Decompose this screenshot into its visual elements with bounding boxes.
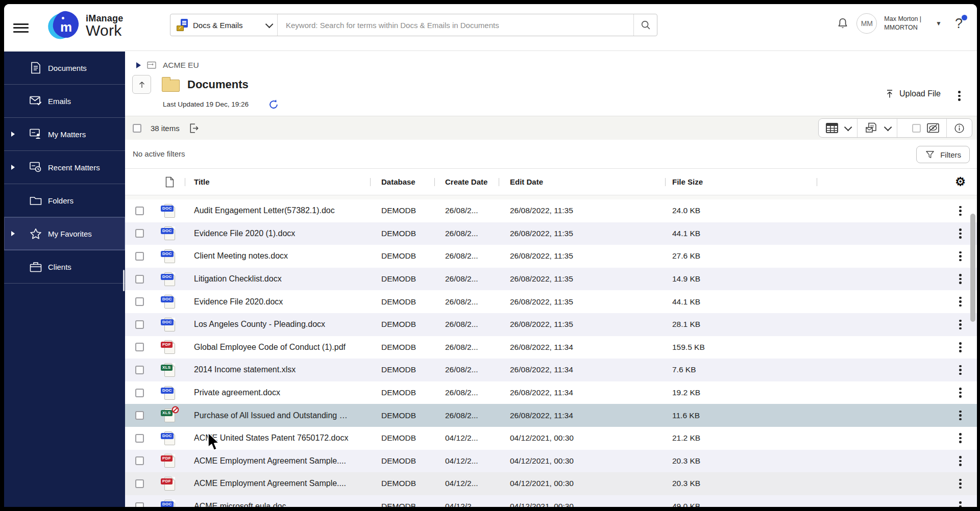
table-row[interactable]: DOCEvidence File 2020 (1).docxDEMODB26/0… <box>125 222 977 245</box>
row-actions-menu[interactable] <box>955 409 966 422</box>
row-checkbox[interactable] <box>135 366 144 374</box>
email-view-selector[interactable] <box>857 119 897 137</box>
user-menu-caret-icon[interactable]: ▼ <box>936 20 942 27</box>
table-row[interactable]: DOCACME microsoft eula.docDEMODB04/12/2.… <box>125 495 977 507</box>
doc-title[interactable]: ACME United States Patent 7650172.docx <box>185 427 370 450</box>
doc-title[interactable]: Global Employee Code of Conduct (1).pdf <box>185 336 370 359</box>
sidebar-item-label: Folders <box>48 196 74 205</box>
avatar[interactable]: MM <box>856 13 877 34</box>
sidebar-item-my-favorites[interactable]: My Favorites <box>4 217 125 250</box>
doc-title[interactable]: Client Meeting notes.docx <box>185 245 370 268</box>
table-row[interactable]: DOCEvidence File 2020.docxDEMODB26/08/2.… <box>125 290 977 313</box>
select-all-checkbox[interactable] <box>133 124 141 133</box>
row-actions-menu[interactable] <box>955 431 966 445</box>
table-row[interactable]: DOCLos Angeles County - Pleading.docxDEM… <box>125 313 977 336</box>
row-checkbox[interactable] <box>135 320 144 329</box>
row-actions-menu[interactable] <box>955 500 966 507</box>
doc-title[interactable]: Litigation Checklist.docx <box>185 268 370 291</box>
expand-arrow-icon[interactable] <box>11 165 15 170</box>
row-checkbox[interactable] <box>135 502 144 507</box>
row-checkbox[interactable] <box>135 456 144 465</box>
row-actions-menu[interactable] <box>955 250 966 263</box>
column-settings-gear-icon[interactable]: ⚙ <box>955 175 966 189</box>
table-row[interactable]: DOCPrivate agreement.docxDEMODB26/08/2..… <box>125 381 977 404</box>
row-checkbox[interactable] <box>135 389 144 397</box>
row-checkbox[interactable] <box>135 297 144 306</box>
table-row[interactable]: DOCLitigation Checklist.docxDEMODB26/08/… <box>125 268 977 291</box>
row-select-cell <box>125 245 154 268</box>
doc-title[interactable]: Evidence File 2020 (1).docx <box>185 222 370 245</box>
row-actions-menu[interactable] <box>955 295 966 309</box>
column-header-edit-date[interactable]: Edit Date <box>499 169 665 195</box>
breadcrumb-workspace-name[interactable]: ACME EU <box>163 61 199 70</box>
sidebar-item-emails[interactable]: Emails <box>4 85 125 118</box>
row-actions-menu[interactable] <box>955 318 966 331</box>
sidebar-item-clients[interactable]: Clients <box>4 250 125 284</box>
doc-title[interactable]: Los Angeles County - Pleading.docx <box>185 313 370 336</box>
row-checkbox[interactable] <box>135 343 144 351</box>
filters-button[interactable]: Filters <box>916 146 970 163</box>
table-view-selector[interactable] <box>819 119 857 137</box>
sidebar-item-documents[interactable]: Documents <box>4 52 125 85</box>
doc-title[interactable]: Purchase of All Issued and Outstanding … <box>185 404 370 427</box>
search-scope-dropdown[interactable]: Docs & Emails <box>170 14 278 36</box>
sidebar-item-my-matters[interactable]: My Matters <box>4 118 125 151</box>
row-actions-menu[interactable] <box>955 227 966 240</box>
doc-title[interactable]: Evidence File 2020.docx <box>185 290 370 313</box>
hamburger-menu-icon[interactable] <box>13 21 29 33</box>
column-header-title[interactable]: Title <box>185 169 370 195</box>
preview-checkbox[interactable] <box>912 124 921 133</box>
doc-title[interactable]: ACME Employment Agreement Sample.... <box>185 450 370 473</box>
help-icon[interactable]: ? <box>955 16 963 32</box>
column-header-file-size[interactable]: File Size <box>665 169 817 195</box>
table-header: Title Database Create Date Edit Date Fil… <box>125 169 977 195</box>
sidebar-item-recent-matters[interactable]: Recent Matters <box>4 151 125 184</box>
row-actions-menu[interactable] <box>955 205 966 218</box>
navigate-up-button[interactable] <box>132 75 151 94</box>
table-row[interactable]: DOCAudit Engagement Letter(57382.1).docD… <box>125 199 977 222</box>
doc-title[interactable]: 2014 Income statement.xlsx <box>185 359 370 381</box>
row-actions-menu[interactable] <box>955 272 966 286</box>
doc-title[interactable]: ACME microsoft eula.doc <box>185 495 370 507</box>
row-checkbox[interactable] <box>135 411 144 420</box>
expand-arrow-icon[interactable] <box>11 132 15 137</box>
preview-toggle-segment[interactable] <box>897 119 947 137</box>
doc-title[interactable]: Private agreement.docx <box>185 381 370 404</box>
table-row[interactable]: PDFACME Employment Agreement Sample....D… <box>125 472 977 495</box>
sidebar-scroll-indicator <box>123 270 125 291</box>
info-button[interactable] <box>947 119 972 137</box>
table-row[interactable]: DOCACME United States Patent 7650172.doc… <box>125 427 977 450</box>
table-row[interactable]: PDFACME Employment Agreement Sample....D… <box>125 450 977 473</box>
row-checkbox[interactable] <box>135 207 144 215</box>
search-input[interactable] <box>286 21 625 30</box>
row-checkbox[interactable] <box>135 229 144 238</box>
row-actions-menu[interactable] <box>955 341 966 354</box>
expand-arrow-icon[interactable] <box>11 231 15 236</box>
row-checkbox[interactable] <box>135 252 144 261</box>
table-row[interactable]: DOCClient Meeting notes.docxDEMODB26/08/… <box>125 245 977 268</box>
table-row[interactable]: PDFGlobal Employee Code of Conduct (1).p… <box>125 336 977 359</box>
row-actions-menu[interactable] <box>955 477 966 491</box>
column-header-database[interactable]: Database <box>370 169 434 195</box>
row-checkbox[interactable] <box>135 275 144 284</box>
row-actions-menu[interactable] <box>955 364 966 377</box>
expand-workspace-icon[interactable] <box>136 62 141 68</box>
table-row[interactable]: XLS2014 Income statement.xlsxDEMODB26/08… <box>125 359 977 381</box>
table-row[interactable]: XLSPurchase of All Issued and Outstandin… <box>125 404 977 427</box>
upload-file-button[interactable]: Upload File <box>885 88 941 99</box>
row-checkbox[interactable] <box>135 479 144 488</box>
export-icon[interactable] <box>188 122 200 134</box>
row-checkbox[interactable] <box>135 434 144 443</box>
notifications-bell-icon[interactable] <box>836 17 849 30</box>
row-actions-menu[interactable] <box>955 454 966 468</box>
refresh-icon[interactable] <box>268 99 279 110</box>
column-header-create-date[interactable]: Create Date <box>434 169 499 195</box>
row-actions-menu[interactable] <box>955 386 966 399</box>
vertical-scrollbar[interactable] <box>970 214 975 322</box>
more-options-icon[interactable] <box>958 89 961 103</box>
sidebar-item-folders[interactable]: Folders <box>4 184 125 217</box>
cell-edit-date: 04/12/2021, 00:30 <box>499 450 665 473</box>
doc-title[interactable]: Audit Engagement Letter(57382.1).doc <box>185 199 370 222</box>
search-button[interactable] <box>633 14 657 36</box>
doc-title[interactable]: ACME Employment Agreement Sample.... <box>185 472 370 495</box>
